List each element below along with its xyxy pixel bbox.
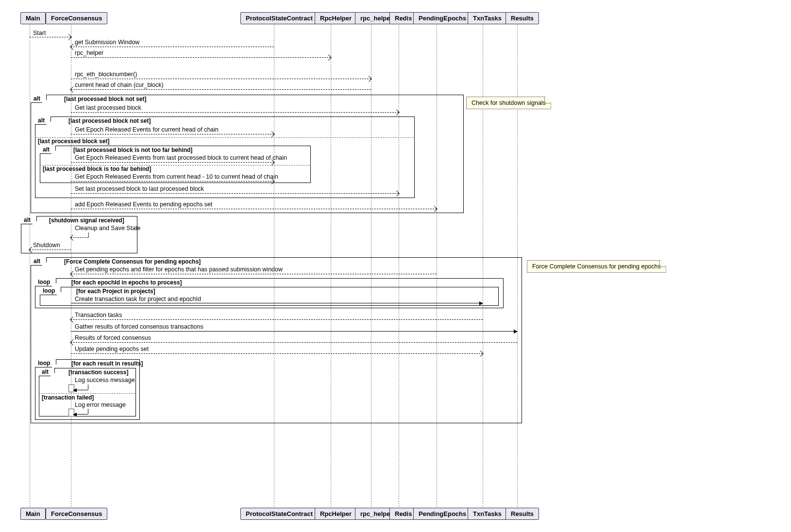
arrow [71, 112, 399, 113]
msg-set-last-processed: Set last processed block to last process… [75, 185, 204, 192]
note-shutdown-signals: Check for shutdown signals [466, 97, 551, 109]
participant-results: Results [505, 508, 539, 520]
guard: [for each Project in projects] [76, 288, 155, 295]
msg-get-submission-window: get Submission Window [75, 39, 139, 46]
msg-rpc-eth-blocknumber: rpc_eth_blocknumber() [75, 71, 137, 78]
msg-rpc-helper: rpc_helper [75, 50, 103, 56]
participant-main-bottom: Main [20, 508, 46, 520]
guard: [last processed block not set] [68, 117, 151, 124]
participant-pendingepochs: PendingEpochs [413, 12, 471, 24]
guard: [last processed block set] [38, 138, 109, 145]
participant-rpchelper-bottom: RpcHelper [315, 508, 357, 520]
fragment-label-loop: loop [35, 359, 56, 367]
msg-results-forced: Results of forced consensus [75, 334, 151, 341]
arrow [71, 319, 483, 320]
guard: [for each result in results] [71, 360, 143, 367]
arrow [71, 47, 274, 47]
msg-current-head: current head of chain (cur_block) [75, 82, 164, 88]
arrow [71, 89, 371, 90]
participant-main: Main [20, 12, 46, 24]
arrow [71, 303, 483, 303]
msg-shutdown: Shutdown [33, 242, 60, 249]
fragment-label-loop: loop [35, 278, 56, 286]
participant-txntasks-bottom: TxnTasks [468, 508, 507, 520]
arrow [71, 237, 88, 238]
msg-cleanup: Cleanup and Save State [75, 225, 141, 232]
msg-get-pending-epochs: Get pending epochs and filter for epochs… [75, 266, 283, 273]
separator [39, 393, 135, 394]
msg-start: Start [33, 30, 46, 36]
participant-rpchelper: RpcHelper [315, 12, 357, 24]
participant-txntasks: TxnTasks [468, 12, 507, 24]
lifeline-main [30, 25, 30, 507]
participant-forceconsensus: ForceConsensus [46, 12, 107, 24]
arrow [71, 162, 274, 163]
arrow [71, 57, 331, 58]
msg-epoch-released-current: Get Epoch Released Events for current he… [75, 126, 219, 133]
guard: [last processed block is too far behind] [43, 166, 151, 172]
guard: [Force Complete Consensus for pending ep… [64, 258, 201, 265]
participant-results: Results [505, 12, 539, 24]
guard: [last processed block is not too far beh… [73, 147, 192, 153]
arrow [73, 390, 88, 390]
msg-add-epoch-released: add Epoch Released Events to pending epo… [75, 201, 213, 208]
msg-log-success: Log success message [75, 377, 135, 383]
guard: [shutdown signal received] [49, 217, 124, 224]
participant-pendingepochs-bottom: PendingEpochs [413, 508, 471, 520]
msg-get-last-processed: Get last processed block [75, 104, 141, 111]
msg-log-error: Log error message [75, 401, 126, 408]
note-force-consensus: Force Complete Consensus for pending epo… [527, 260, 666, 273]
participant-forceconsensus-bottom: ForceConsensus [46, 508, 107, 520]
guard: [for each epochId in epochs to process] [71, 279, 182, 286]
arrow [30, 249, 71, 250]
arrow [73, 414, 88, 415]
participant-protocolstatecontract: ProtocolStateContract [240, 12, 318, 24]
msg-epoch-released-head-minus-10: Get Epoch Released Events from current h… [75, 173, 278, 180]
guard: [last processed block not set] [64, 96, 146, 102]
msg-txn-tasks: Transaction tasks [75, 312, 122, 318]
msg-epoch-released-last-to-current: Get Epoch Released Events from last proc… [75, 154, 287, 161]
arrow [71, 353, 483, 354]
arrow [71, 274, 437, 274]
sequence-diagram: Main ForceConsensus ProtocolStateContrac… [10, 10, 781, 522]
msg-gather-results: Gather results of forced consensus trans… [75, 323, 203, 330]
msg-update-pending: Update pending epochs set [75, 346, 149, 352]
guard: [transaction failed] [42, 394, 94, 401]
fragment-label-loop: loop [40, 287, 61, 295]
participant-protocolstatecontract-bottom: ProtocolStateContract [240, 508, 318, 520]
guard: [transaction success] [68, 369, 128, 376]
arrow [30, 37, 71, 37]
msg-create-txn-task: Create transaction task for project and … [75, 296, 201, 302]
arrow [71, 79, 371, 79]
arrow [71, 331, 517, 332]
arrow [71, 193, 399, 194]
arrow [71, 342, 517, 343]
arrow [71, 209, 437, 209]
arrow [71, 181, 274, 182]
arrow [71, 134, 274, 134]
